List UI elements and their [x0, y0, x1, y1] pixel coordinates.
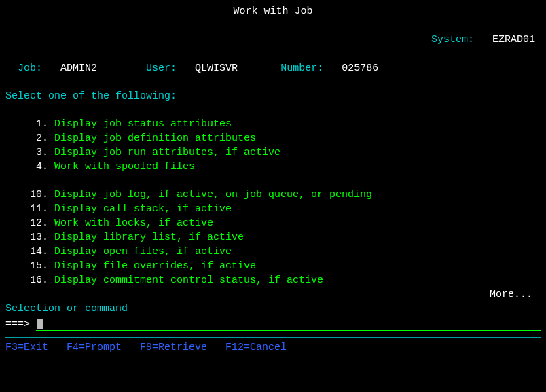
menu-number: 13.: [5, 232, 54, 243]
menu-list: 1. Display job status attributes 2. Disp…: [5, 117, 541, 287]
menu-text: Display library list, if active: [54, 232, 244, 243]
menu-text: Display job status attributes: [54, 118, 232, 130]
menu-option-10[interactable]: 10. Display job log, if active, on job q…: [5, 188, 541, 202]
separator-line: [5, 337, 541, 338]
menu-number: 14.: [5, 246, 54, 257]
spacer: [5, 103, 541, 117]
menu-option-11[interactable]: 11. Display call stack, if active: [5, 202, 541, 216]
text-cursor: [37, 319, 43, 329]
job-value: ADMIN2: [60, 63, 97, 74]
menu-number: 4.: [5, 161, 54, 173]
user-label: User:: [146, 63, 177, 74]
menu-number: 10.: [5, 189, 54, 200]
instruction-text: Select one of the following:: [5, 89, 541, 103]
menu-option-12[interactable]: 12. Work with locks, if active: [5, 216, 541, 230]
menu-text: Display open files, if active: [54, 246, 232, 257]
job-label: Job:: [18, 63, 42, 74]
menu-text: Display job definition attributes: [54, 132, 256, 144]
spacer: [5, 75, 541, 89]
fkey-f3[interactable]: F3=Exit: [5, 342, 48, 353]
more-indicator[interactable]: More...: [5, 287, 541, 302]
number-label: Number:: [280, 63, 323, 74]
fkey-f9[interactable]: F9=Retrieve: [140, 342, 207, 353]
spacer: [5, 174, 541, 188]
menu-text: Display job log, if active, on job queue…: [54, 189, 372, 200]
number-value: 025786: [342, 63, 378, 74]
system-value: EZRAD01: [492, 34, 535, 46]
user-value: QLWISVR: [195, 63, 238, 74]
menu-option-13[interactable]: 13. Display library list, if active: [5, 230, 541, 245]
menu-option-3[interactable]: 3. Display job run attributes, if active: [5, 145, 541, 160]
fkey-f4[interactable]: F4=Prompt: [67, 342, 122, 353]
menu-text: Work with locks, if active: [54, 217, 213, 229]
menu-number: 11.: [5, 203, 54, 215]
command-prompt: ===>: [5, 317, 36, 332]
menu-text: Display commitment control status, if ac…: [54, 274, 323, 286]
menu-option-16[interactable]: 16. Display commitment control status, i…: [5, 273, 541, 287]
menu-number: 2.: [5, 132, 54, 144]
system-line: System: EZRAD01: [5, 18, 541, 47]
function-keys: F3=Exit F4=Prompt F9=Retrieve F12=Cancel: [5, 340, 541, 355]
menu-option-15[interactable]: 15. Display file overrides, if active: [5, 259, 541, 273]
menu-number: 3.: [5, 147, 54, 158]
menu-number: 15.: [5, 260, 54, 272]
menu-text: Display file overrides, if active: [54, 260, 256, 272]
menu-option-2[interactable]: 2. Display job definition attributes: [5, 131, 541, 145]
menu-text: Work with spooled files: [54, 161, 195, 173]
menu-option-1[interactable]: 1. Display job status attributes: [5, 117, 541, 131]
input-underline: [36, 330, 541, 331]
command-line[interactable]: ===>: [5, 317, 541, 332]
menu-option-14[interactable]: 14. Display open files, if active: [5, 245, 541, 259]
menu-number: 1.: [5, 118, 54, 130]
system-label: System:: [431, 34, 474, 46]
command-label: Selection or command: [5, 302, 541, 316]
menu-number: 16.: [5, 274, 54, 286]
screen-title: Work with Job: [5, 4, 541, 18]
job-info-line: Job: ADMIN2 User: QLWISVR Number: 025786: [5, 47, 541, 75]
fkey-f12[interactable]: F12=Cancel: [225, 342, 287, 353]
menu-number: 12.: [5, 217, 54, 229]
menu-text: Display call stack, if active: [54, 203, 232, 215]
menu-option-4[interactable]: 4. Work with spooled files: [5, 160, 541, 174]
menu-text: Display job run attributes, if active: [54, 147, 280, 158]
